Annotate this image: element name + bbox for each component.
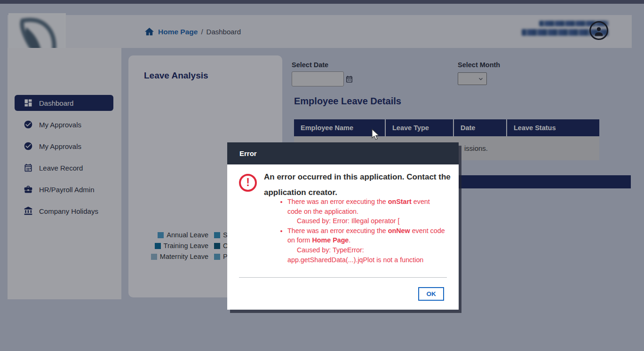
error-dialog: Error ! An error occurred in this applic…	[227, 142, 459, 310]
error-bullet-list: There was an error executing the onStart…	[280, 197, 445, 265]
error-bullet: There was an error executing the onNew e…	[287, 226, 445, 265]
error-dialog-title: Error	[227, 142, 459, 164]
error-caused-by: Caused by: Error: Illegal operator [	[287, 216, 445, 226]
error-dialog-heading: An error occurred in this application. C…	[264, 169, 453, 200]
error-bullet: There was an error executing the onStart…	[287, 197, 445, 226]
dialog-divider	[239, 277, 447, 278]
error-message: There was an error executing the onStart…	[287, 197, 445, 216]
error-caused-by: Caused by: TypeError: app.getSharedData(…	[287, 245, 445, 265]
mouse-cursor	[371, 129, 381, 141]
error-message: There was an error executing the onNew e…	[287, 226, 445, 245]
error-exclamation-icon: !	[239, 174, 257, 192]
ok-button[interactable]: OK	[418, 287, 444, 301]
app-window: Home Page / Dashboard DashboardMy Approv…	[0, 0, 644, 351]
